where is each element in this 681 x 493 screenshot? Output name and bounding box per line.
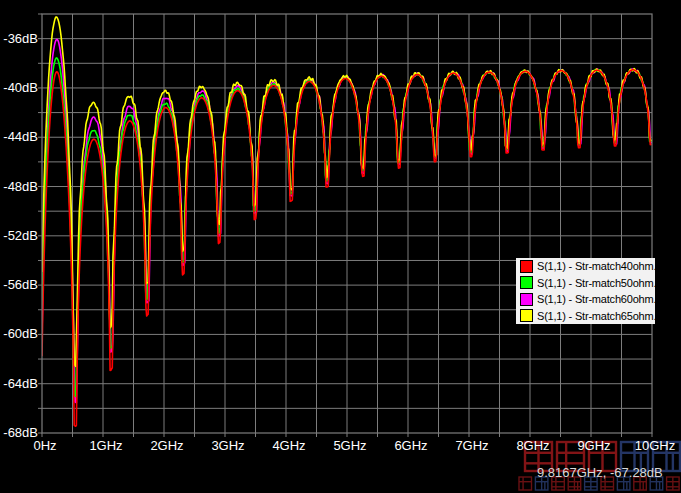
x-axis-label: 7GHz bbox=[437, 439, 507, 453]
y-axis-label: -48dB bbox=[0, 179, 38, 195]
legend-item: S(1,1) - Str-match60ohm. bbox=[516, 291, 655, 307]
legend-item: S(1,1) - Str-match65ohm. bbox=[516, 308, 655, 324]
watermark-char bbox=[667, 477, 680, 490]
plot-canvas bbox=[0, 0, 681, 493]
legend-item: S(1,1) - Str-match50ohm. bbox=[516, 275, 655, 291]
x-axis-label: 0Hz bbox=[10, 439, 80, 453]
legend-swatch-icon bbox=[520, 260, 533, 273]
x-axis-label: 2GHz bbox=[132, 439, 202, 453]
legend-label: S(1,1) - Str-match40ohm. bbox=[537, 260, 656, 272]
x-axis-label: 1GHz bbox=[71, 439, 141, 453]
legend-swatch-icon bbox=[520, 309, 533, 322]
y-axis-label: -52dB bbox=[0, 228, 38, 244]
y-axis-label: -60dB bbox=[0, 326, 38, 342]
x-axis-label: 4GHz bbox=[254, 439, 324, 453]
legend-label: S(1,1) - Str-match50ohm. bbox=[537, 277, 656, 289]
s-parameter-plot-window: -36dB-40dB-44dB-48dB-52dB-56dB-60dB-64dB… bbox=[0, 0, 681, 493]
x-axis-label: 9GHz bbox=[559, 439, 629, 453]
legend-swatch-icon bbox=[520, 293, 533, 306]
legend-label: S(1,1) - Str-match65ohm. bbox=[537, 310, 656, 322]
cursor-readout: 9.8167GHz, -67.28dB bbox=[537, 465, 663, 480]
legend-swatch-icon bbox=[520, 276, 533, 289]
x-axis-label: 3GHz bbox=[193, 439, 263, 453]
legend[interactable]: S(1,1) - Str-match40ohm.S(1,1) - Str-mat… bbox=[516, 258, 655, 324]
legend-item: S(1,1) - Str-match40ohm. bbox=[516, 258, 655, 274]
y-axis-label: -40dB bbox=[0, 80, 38, 96]
watermark-char bbox=[519, 477, 532, 490]
x-axis-label: 6GHz bbox=[376, 439, 446, 453]
y-axis-label: -64dB bbox=[0, 376, 38, 392]
y-axis-label: -36dB bbox=[0, 31, 38, 47]
x-axis-label: 8GHz bbox=[498, 439, 568, 453]
y-axis-label: -56dB bbox=[0, 277, 38, 293]
x-axis-label: 10GHz bbox=[620, 439, 681, 453]
legend-label: S(1,1) - Str-match60ohm. bbox=[537, 293, 656, 305]
y-axis-label: -44dB bbox=[0, 129, 38, 145]
x-axis-label: 5GHz bbox=[315, 439, 385, 453]
